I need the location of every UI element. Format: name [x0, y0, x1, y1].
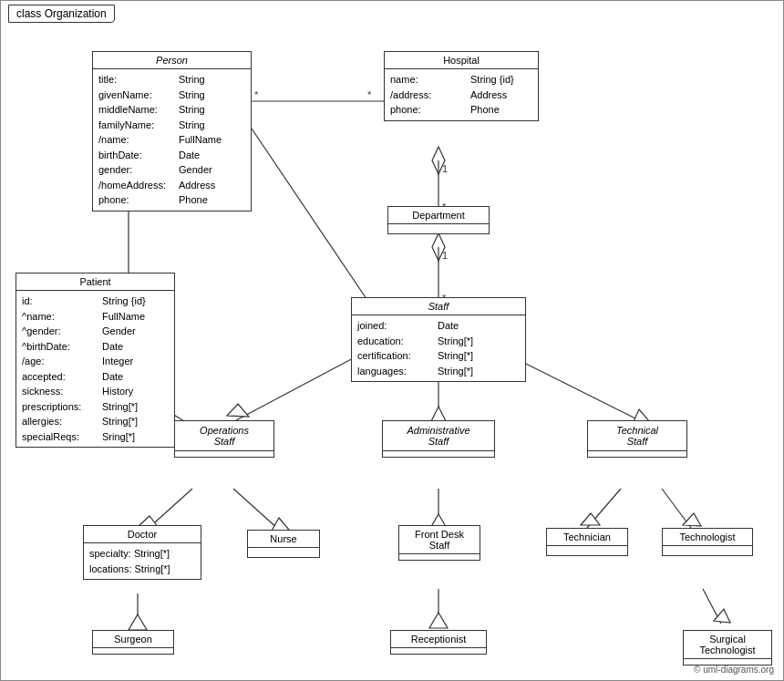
receptionist-body [391, 648, 486, 654]
svg-text:*: * [367, 89, 372, 100]
svg-marker-33 [683, 513, 701, 526]
staff-class: Staff joined:Date education:String[*] ce… [351, 297, 526, 382]
svg-line-30 [587, 489, 621, 528]
svg-text:*: * [254, 89, 259, 100]
diagram-container: class Organization * * 1 * 1 * * * [0, 0, 784, 681]
technical-staff-class: TechnicalStaff [587, 420, 687, 458]
svg-line-24 [147, 489, 192, 530]
surgeon-class: Surgeon [92, 630, 174, 655]
svg-marker-4 [432, 147, 445, 174]
doctor-class: Doctor specialty: String[*] locations: S… [83, 525, 201, 580]
nurse-body [248, 548, 319, 557]
operations-staff-class: OperationsStaff [174, 420, 274, 458]
svg-marker-19 [227, 404, 249, 417]
technician-body [547, 546, 627, 555]
person-class: Person title:String givenName:String mid… [92, 51, 252, 212]
hospital-title: Hospital [385, 52, 538, 69]
doctor-title: Doctor [84, 526, 201, 543]
surgical-tech-class: SurgicalTechnologist [683, 630, 772, 666]
surgeon-body [93, 648, 173, 654]
svg-line-32 [662, 489, 691, 528]
technical-staff-body [588, 451, 686, 457]
front-desk-title: Front DeskStaff [399, 526, 480, 554]
department-body [388, 224, 489, 233]
operations-staff-body [175, 451, 273, 457]
admin-staff-body [383, 451, 494, 457]
svg-marker-31 [581, 513, 600, 525]
department-title: Department [388, 207, 489, 224]
nurse-class: Nurse [247, 530, 320, 558]
admin-staff-class: AdministrativeStaff [382, 420, 495, 458]
svg-line-13 [252, 129, 384, 325]
svg-text:1: 1 [442, 250, 448, 261]
technologist-body [663, 546, 752, 555]
front-desk-body [399, 554, 480, 560]
technologist-class: Technologist [662, 528, 753, 556]
technologist-title: Technologist [663, 529, 752, 546]
patient-class: Patient id:String {id} ^name:FullName ^g… [15, 273, 175, 448]
hospital-body: name:String {id} /address:Address phone:… [385, 69, 538, 120]
svg-marker-8 [432, 233, 445, 261]
svg-marker-37 [429, 613, 448, 628]
svg-line-22 [511, 356, 639, 420]
doctor-body: specialty: String[*] locations: String[*… [84, 543, 201, 579]
hospital-class: Hospital name:String {id} /address:Addre… [384, 51, 539, 121]
department-class: Department [387, 206, 490, 234]
staff-title: Staff [352, 298, 525, 315]
staff-body: joined:Date education:String[*] certific… [352, 315, 525, 381]
technician-title: Technician [547, 529, 627, 546]
surgical-tech-title: SurgicalTechnologist [684, 631, 771, 659]
technical-staff-title: TechnicalStaff [588, 421, 686, 451]
technician-class: Technician [546, 528, 628, 556]
patient-title: Patient [16, 273, 174, 291]
svg-line-26 [233, 489, 279, 530]
receptionist-title: Receptionist [391, 631, 486, 648]
person-body: title:String givenName:String middleName… [93, 69, 251, 211]
admin-staff-title: AdministrativeStaff [383, 421, 494, 451]
operations-staff-title: OperationsStaff [175, 421, 273, 451]
svg-text:1: 1 [442, 163, 448, 174]
svg-marker-35 [129, 614, 147, 630]
surgeon-title: Surgeon [93, 631, 173, 648]
receptionist-class: Receptionist [390, 630, 487, 655]
svg-line-38 [703, 589, 721, 624]
diagram-title: class Organization [8, 5, 115, 23]
front-desk-class: Front DeskStaff [398, 525, 480, 561]
svg-line-18 [236, 356, 356, 420]
copyright: © uml-diagrams.org [694, 665, 774, 675]
svg-marker-39 [714, 609, 730, 623]
patient-body: id:String {id} ^name:FullName ^gender:Ge… [16, 291, 174, 447]
nurse-title: Nurse [248, 531, 319, 548]
person-title: Person [93, 52, 251, 69]
